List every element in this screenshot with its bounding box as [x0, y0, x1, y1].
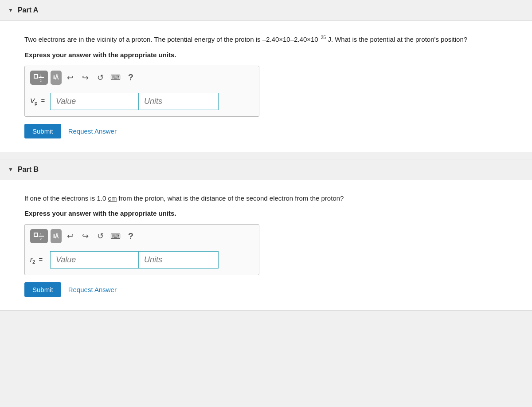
part-b-header: ▼ Part B [0, 159, 532, 180]
redo-icon-b: ↪ [82, 231, 89, 241]
part-b-question-text: If one of the electrons is 1.0 cm from t… [24, 194, 508, 204]
part-b-title: Part B [18, 166, 39, 174]
part-a-question-text: Two electrons are in the vicinity of a p… [24, 34, 508, 45]
part-b-undo-button[interactable]: ↩ [64, 230, 77, 242]
svg-text:2: 2 [40, 237, 42, 241]
part-a-units-input[interactable] [139, 93, 219, 110]
part-b-toolbar: 1 2 iiÅ ↩ ↪ ↺ ⌨ [30, 229, 254, 246]
part-b-submit-button[interactable]: Submit [24, 282, 61, 297]
part-a-body: Two electrons are in the vicinity of a p… [0, 21, 532, 152]
part-b-input-row: r2 = [30, 251, 254, 269]
page: ▼ Part A Two electrons are in the vicini… [0, 0, 532, 407]
angstrom-symbol: Å [55, 74, 59, 81]
part-a-value-input[interactable] [50, 93, 139, 110]
part-a-angstrom-button[interactable]: iiÅ [51, 71, 62, 85]
part-a-help-button[interactable]: ? [125, 71, 137, 84]
fraction-icon: 1 2 [32, 71, 46, 84]
undo-icon-b: ↩ [67, 231, 74, 241]
redo-icon: ↪ [82, 73, 89, 83]
refresh-icon-b: ↺ [97, 231, 104, 241]
part-a-request-answer-link[interactable]: Request Answer [68, 127, 117, 135]
help-icon: ? [128, 72, 133, 83]
help-icon-b: ? [128, 231, 133, 241]
angstrom-symbol-b: Å [55, 233, 59, 240]
part-a-fraction-button[interactable]: 1 2 [30, 71, 48, 85]
part-b-answer-box: 1 2 iiÅ ↩ ↪ ↺ ⌨ [24, 224, 259, 275]
fraction-icon-b: 1 2 [32, 230, 46, 242]
svg-text:2: 2 [40, 79, 42, 82]
part-b-keyboard-button[interactable]: ⌨ [110, 230, 122, 242]
undo-icon: ↩ [67, 73, 74, 83]
part-b-chevron-icon[interactable]: ▼ [8, 166, 13, 173]
part-b-fraction-button[interactable]: 1 2 [30, 229, 48, 243]
part-a-chevron-icon[interactable]: ▼ [8, 7, 13, 13]
part-a-actions: Submit Request Answer [24, 124, 508, 138]
part-a-submit-button[interactable]: Submit [24, 124, 61, 138]
part-b-request-answer-link[interactable]: Request Answer [68, 286, 117, 293]
part-a-header: ▼ Part A [0, 0, 532, 21]
svg-text:1: 1 [40, 233, 42, 236]
part-b-redo-button[interactable]: ↪ [79, 230, 92, 242]
part-b-refresh-button[interactable]: ↺ [94, 230, 107, 242]
part-a-refresh-button[interactable]: ↺ [94, 71, 107, 84]
keyboard-icon: ⌨ [110, 73, 121, 82]
part-a-undo-button[interactable]: ↩ [64, 71, 77, 84]
svg-rect-0 [34, 75, 38, 78]
part-a-instruction: Express your answer with the appropriate… [24, 51, 508, 59]
refresh-icon: ↺ [97, 73, 104, 83]
part-b-value-input[interactable] [50, 251, 139, 269]
part-a-redo-button[interactable]: ↪ [79, 71, 92, 84]
part-b-body: If one of the electrons is 1.0 cm from t… [0, 180, 532, 311]
part-b-variable-label: r2 = [30, 256, 46, 265]
part-b-units-input[interactable] [139, 251, 219, 269]
keyboard-icon-b: ⌨ [110, 232, 121, 241]
part-b-instruction: Express your answer with the appropriate… [24, 209, 508, 217]
separator [0, 152, 532, 159]
part-b-help-button[interactable]: ? [125, 230, 137, 242]
part-b-angstrom-button[interactable]: iiÅ [51, 229, 62, 243]
part-a-title: Part A [18, 6, 39, 14]
part-a-keyboard-button[interactable]: ⌨ [110, 71, 122, 84]
part-a-toolbar: 1 2 iiÅ ↩ ↪ [30, 71, 254, 87]
svg-rect-4 [34, 233, 38, 237]
part-b-actions: Submit Request Answer [24, 282, 508, 297]
part-a-answer-box: 1 2 iiÅ ↩ ↪ [24, 66, 259, 117]
part-a-variable-label: Vp = [30, 97, 46, 106]
part-a-input-row: Vp = [30, 93, 254, 110]
svg-text:1: 1 [40, 74, 42, 77]
